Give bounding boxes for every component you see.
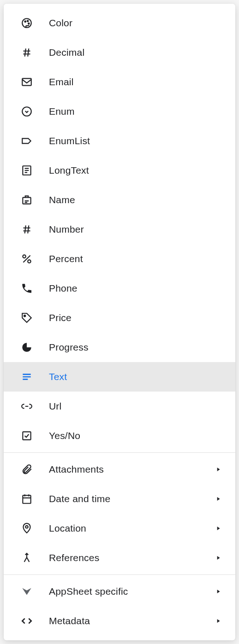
svg-point-2 [27,20,29,22]
menu-item-progress[interactable]: Progress [4,333,235,362]
svg-point-10 [24,315,25,316]
link-icon [20,400,33,413]
percent-icon [20,252,33,265]
divider [4,452,235,453]
text-lines-icon [20,370,33,383]
menu-group-appsheet[interactable]: AppSheet specific [4,577,235,606]
svg-point-8 [23,255,26,258]
menu-item-label: Enum [49,106,228,117]
menu-item-label: AppSheet specific [49,586,214,597]
menu-group-references[interactable]: References [4,543,235,573]
chevron-right-icon [214,554,222,562]
menu-item-enum[interactable]: Enum [4,97,235,126]
menu-item-label: Color [49,18,228,29]
svg-point-13 [25,526,28,528]
chevron-right-icon [214,495,222,503]
svg-point-1 [24,21,26,22]
menu-item-enumlist[interactable]: EnumList [4,126,235,156]
menu-item-label: Percent [49,253,228,264]
menu-group-location[interactable]: Location [4,514,235,543]
menu-item-phone[interactable]: Phone [4,274,235,303]
menu-item-label: Progress [49,342,228,353]
menu-item-label: Decimal [49,47,228,58]
menu-item-decimal[interactable]: Decimal [4,38,235,67]
menu-item-label: Phone [49,283,228,294]
merge-icon [20,551,33,564]
chevron-right-icon [214,587,222,596]
menu-item-label: Email [49,76,228,88]
menu-item-label: Text [49,371,228,382]
document-lines-icon [20,164,33,177]
menu-item-label: Location [49,523,214,534]
menu-item-label: Url [49,401,228,412]
price-tag-icon [20,311,33,324]
chevron-right-icon [214,465,222,474]
circle-down-icon [20,105,33,118]
menu-item-price[interactable]: Price [4,303,235,333]
menu-item-label: Number [49,224,228,235]
menu-item-label: EnumList [49,135,228,146]
code-icon [20,615,33,627]
menu-item-number[interactable]: Number [4,215,235,244]
pie-icon [20,341,33,354]
paperclip-icon [20,463,33,476]
chevron-right-icon [214,617,222,625]
menu-item-label: Name [49,194,228,205]
svg-rect-11 [23,432,30,439]
menu-item-longtext[interactable]: LongText [4,156,235,185]
svg-rect-12 [23,495,30,503]
menu-item-color[interactable]: Color [4,8,235,38]
menu-item-url[interactable]: Url [4,392,235,421]
menu-item-email[interactable]: Email [4,67,235,97]
phone-icon [20,282,33,295]
tag-outline-icon [20,135,33,147]
menu-group-datetime[interactable]: Date and time [4,484,235,514]
menu-item-label: Yes/No [49,430,228,441]
svg-point-5 [22,107,31,116]
pin-icon [20,522,33,535]
menu-item-text[interactable]: Text [4,362,235,392]
menu-item-label: Attachments [49,464,214,475]
hash-icon [20,223,33,236]
menu-item-name[interactable]: Name [4,185,235,215]
menu-item-label: Metadata [49,615,214,626]
menu-group-metadata[interactable]: Metadata [4,606,235,636]
badge-icon [20,193,33,206]
menu-item-yesno[interactable]: Yes/No [4,421,235,451]
appsheet-icon [20,585,33,598]
mail-icon [20,76,33,88]
menu-item-label: Price [49,312,228,323]
svg-rect-4 [22,78,31,85]
menu-item-label: Date and time [49,493,214,504]
palette-icon [20,17,33,29]
svg-point-3 [28,23,30,24]
chevron-right-icon [214,524,222,533]
svg-point-9 [28,260,30,263]
hash-icon [20,46,33,59]
divider [4,574,235,575]
menu-item-label: References [49,552,214,563]
type-selector-menu: Color Decimal Email Enum EnumList LongTe… [4,4,235,640]
calendar-icon [20,492,33,505]
checkbox-icon [20,429,33,442]
menu-item-percent[interactable]: Percent [4,244,235,274]
menu-item-label: LongText [49,165,228,176]
menu-group-attachments[interactable]: Attachments [4,455,235,484]
